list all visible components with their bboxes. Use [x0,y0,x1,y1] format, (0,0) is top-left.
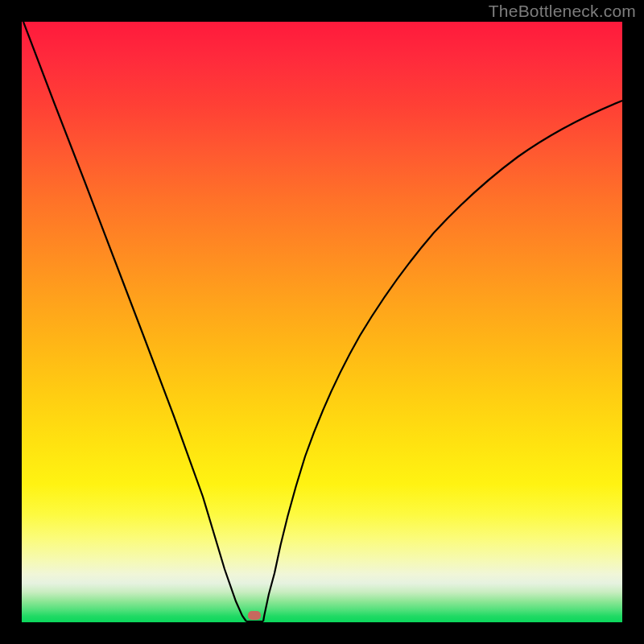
curve-right-branch [263,101,622,621]
chart-container: TheBottleneck.com [0,0,644,644]
curve-left-branch [23,22,246,621]
plot-area [22,22,622,622]
bottleneck-marker [248,611,261,620]
bottleneck-curve [22,22,622,622]
watermark-label: TheBottleneck.com [489,2,636,21]
